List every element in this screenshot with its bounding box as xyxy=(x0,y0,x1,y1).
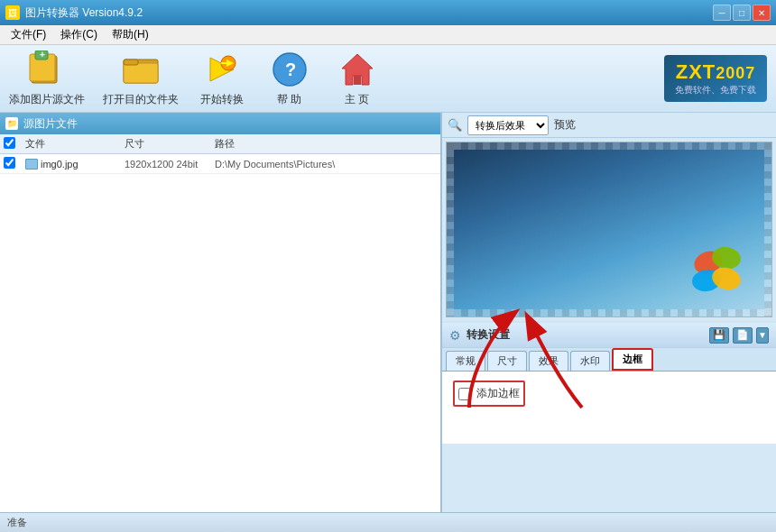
header-check xyxy=(4,137,25,151)
search-icon: 🔍 xyxy=(448,118,462,132)
title-bar-left: 🖼 图片转换器 Version4.9.2 xyxy=(5,5,143,21)
row-name: img0.jpg xyxy=(25,159,125,170)
left-panel: 📁 源图片文件 文件 尺寸 路径 img0.jpg 1920x1200 24bi… xyxy=(0,113,442,512)
menu-file[interactable]: 文件(F) xyxy=(4,25,53,44)
row-checkbox[interactable] xyxy=(4,157,15,169)
add-border-row: 添加边框 xyxy=(453,381,525,407)
brand-tagline: 免费软件、免费下载 xyxy=(675,84,756,96)
win7-logo xyxy=(677,235,758,307)
preview-border-right xyxy=(764,142,771,316)
svg-text:?: ? xyxy=(285,60,296,79)
status-text: 准备 xyxy=(7,516,27,529)
save-button[interactable]: 💾 xyxy=(709,327,729,344)
open-folder-icon xyxy=(122,50,160,88)
convert-label: 开始转换 xyxy=(200,92,244,107)
right-panel-header: 🔍 转换后效果 预览 xyxy=(442,113,776,138)
preview-border-top xyxy=(447,142,771,150)
home-label: 主 页 xyxy=(345,92,369,107)
left-panel-header: 📁 源图片文件 xyxy=(0,113,440,134)
settings-toolbar-right: 💾 📄 ▼ xyxy=(709,327,769,344)
add-border-checkbox[interactable] xyxy=(458,388,471,400)
file-thumbnail xyxy=(25,159,38,170)
settings-dropdown-button[interactable]: ▼ xyxy=(756,327,769,344)
open-folder-button[interactable]: 打开目的文件夹 xyxy=(103,50,179,107)
tab-watermark[interactable]: 水印 xyxy=(570,351,610,371)
left-panel-title: 源图片文件 xyxy=(23,116,78,132)
win7-preview xyxy=(447,142,771,316)
row-size: 1920x1200 24bit xyxy=(125,159,215,170)
row-check xyxy=(4,157,25,171)
header-name: 文件 xyxy=(25,137,125,151)
header-path: 路径 xyxy=(215,137,437,151)
home-button[interactable]: 主 页 xyxy=(332,50,382,107)
help-icon: ? xyxy=(271,50,309,88)
title-bar: 🖼 图片转换器 Version4.9.2 ─ □ ✕ xyxy=(0,0,776,25)
preview-border-left xyxy=(447,142,454,316)
header-size: 尺寸 xyxy=(125,137,215,151)
svg-rect-6 xyxy=(124,60,138,65)
convert-icon xyxy=(203,50,241,88)
app-icon: 🖼 xyxy=(5,5,20,20)
close-button[interactable]: ✕ xyxy=(753,5,771,21)
tab-content: 添加边框 xyxy=(442,371,776,444)
home-icon xyxy=(338,50,376,88)
add-file-label: 添加图片源文件 xyxy=(9,92,85,107)
row-path: D:\My Documents\Pictures\ xyxy=(215,159,437,170)
minimize-button[interactable]: ─ xyxy=(713,5,731,21)
panel-icon: 📁 xyxy=(5,117,18,130)
tab-normal[interactable]: 常规 xyxy=(446,351,485,371)
settings-section: ⚙ 转换设置 💾 📄 ▼ 常规 尺寸 效果 水印 边框 xyxy=(442,321,776,444)
add-file-icon: + xyxy=(28,50,66,88)
svg-text:+: + xyxy=(40,50,45,60)
tab-border[interactable]: 边框 xyxy=(612,348,653,371)
svg-rect-14 xyxy=(354,76,361,85)
select-all-checkbox[interactable] xyxy=(4,137,15,149)
save-as-button[interactable]: 📄 xyxy=(733,327,753,344)
settings-header: ⚙ 转换设置 💾 📄 ▼ xyxy=(442,323,776,348)
status-bar: 准备 xyxy=(0,512,776,532)
settings-title: 转换设置 xyxy=(467,327,510,343)
add-border-label: 添加边框 xyxy=(476,386,520,401)
brand-area: ZXT2007 免费软件、免费下载 xyxy=(664,55,767,102)
title-text: 图片转换器 Version4.9.2 xyxy=(25,5,143,21)
help-button[interactable]: ? 帮 助 xyxy=(264,50,314,107)
open-folder-label: 打开目的文件夹 xyxy=(103,92,179,107)
tab-effect[interactable]: 效果 xyxy=(529,351,568,371)
convert-button[interactable]: 开始转换 xyxy=(197,50,246,107)
file-list-body: img0.jpg 1920x1200 24bit D:\My Documents… xyxy=(0,154,440,512)
effect-select[interactable]: 转换后效果 xyxy=(467,115,549,135)
svg-rect-5 xyxy=(124,63,158,83)
help-label: 帮 助 xyxy=(277,92,301,107)
menu-operate[interactable]: 操作(C) xyxy=(53,25,105,44)
tabs-row: 常规 尺寸 效果 水印 边框 xyxy=(442,348,776,371)
brand-name: ZXT2007 xyxy=(675,60,756,84)
file-list-header: 文件 尺寸 路径 xyxy=(0,134,440,154)
toolbar: + 添加图片源文件 打开目的文件夹 开始转换 xyxy=(0,45,776,113)
title-bar-controls: ─ □ ✕ xyxy=(713,5,771,21)
menu-help[interactable]: 帮助(H) xyxy=(105,25,156,44)
preview-label: 预览 xyxy=(554,117,576,133)
maximize-button[interactable]: □ xyxy=(733,5,751,21)
right-panel: 🔍 转换后效果 预览 xyxy=(442,113,776,512)
preview-area xyxy=(446,142,772,317)
add-file-button[interactable]: + 添加图片源文件 xyxy=(9,50,85,107)
tab-size[interactable]: 尺寸 xyxy=(487,351,527,371)
main-content: 📁 源图片文件 文件 尺寸 路径 img0.jpg 1920x1200 24bi… xyxy=(0,113,776,512)
table-row[interactable]: img0.jpg 1920x1200 24bit D:\My Documents… xyxy=(0,154,440,174)
preview-border-bottom xyxy=(447,309,771,316)
gear-icon: ⚙ xyxy=(449,328,461,343)
menu-bar: 文件(F) 操作(C) 帮助(H) xyxy=(0,25,776,45)
